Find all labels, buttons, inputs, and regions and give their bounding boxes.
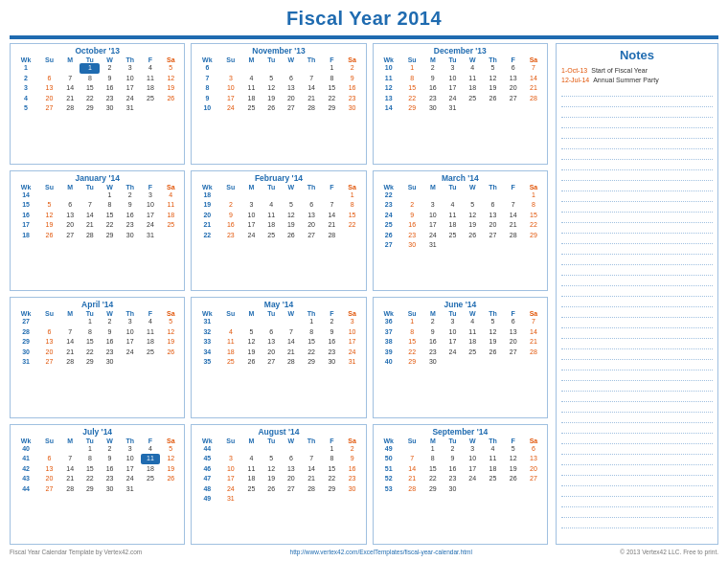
calendar-title: November '13 — [194, 46, 362, 56]
header-divider — [10, 35, 718, 39]
calendar-header-cell: Wk — [376, 438, 401, 444]
calendar-cell: 22 — [194, 231, 219, 241]
calendar-cell: 25 — [141, 348, 160, 358]
calendar-cell: 22 — [100, 220, 119, 231]
calendar-cell — [160, 357, 181, 368]
calendar-cell: 5 — [160, 317, 181, 327]
note-entry-1: 1-Oct-13 Start of Fiscal Year — [561, 66, 713, 76]
calendar-header-cell: Th — [482, 184, 503, 191]
calendar-cell — [282, 494, 301, 505]
calendar-cell — [219, 317, 241, 327]
calendar-cell: 8 — [342, 200, 363, 211]
notes-line — [561, 329, 713, 339]
calendar-cell: 22 — [322, 474, 341, 484]
calendar-cell: 8 — [80, 327, 100, 338]
calendar-header-cell: Su — [219, 56, 241, 63]
calendar-cell: 10 — [120, 454, 141, 464]
calendar-cell: 22 — [376, 191, 401, 201]
calendar-cell: 24 — [120, 474, 141, 484]
calendar-cell: 7 — [80, 200, 100, 211]
calendar-cell: 22 — [80, 474, 100, 484]
calendar-cell: 31 — [219, 494, 241, 505]
calendar-cell: 16 — [443, 464, 463, 475]
calendar-cell: 28 — [13, 327, 38, 338]
calendar-cell: 28 — [60, 357, 80, 368]
footer-link[interactable]: http://www.vertex42.com/ExcelTemplates/f… — [290, 549, 472, 555]
calendar-cell: 28 — [503, 231, 522, 241]
calendar-cell: 12 — [38, 211, 60, 221]
mini-calendar: September '14WkSuMTuWThFSa49123456507891… — [373, 424, 548, 546]
calendar-cell: 2 — [120, 191, 141, 201]
calendar-cell: 13 — [282, 83, 301, 94]
mini-calendar: July '14WkSuMTuWThFSa4012345416789101112… — [10, 424, 185, 546]
calendar-header-cell: Th — [120, 438, 141, 444]
calendar-header-cell: W — [463, 184, 482, 191]
calendar-header-cell: Wk — [376, 184, 401, 191]
notes-line — [561, 308, 713, 318]
calendar-header-cell: Sa — [342, 56, 363, 63]
calendar-cell: 16 — [120, 211, 141, 221]
calendar-header-cell: Sa — [160, 438, 181, 444]
calendar-cell: 4 — [241, 454, 261, 464]
notes-line — [561, 477, 713, 486]
calendar-cell: 3 — [443, 317, 463, 327]
calendar-header-cell: M — [241, 184, 261, 191]
calendar-cell: 31 — [120, 484, 141, 495]
calendar-cell: 1 — [342, 191, 363, 201]
calendar-header-cell: M — [423, 184, 443, 191]
mini-calendar: June '14WkSuMTuWThFSa3612345673789101112… — [373, 297, 548, 418]
calendar-cell: 13 — [503, 74, 522, 84]
calendar-cell: 22 — [80, 348, 100, 358]
calendar-title: February '14 — [194, 173, 362, 183]
calendar-cell: 6 — [194, 63, 219, 74]
calendar-cell: 12 — [160, 327, 181, 338]
calendar-cell — [401, 191, 423, 201]
calendar-cell: 1 — [80, 63, 100, 74]
calendar-cell: 13 — [38, 337, 60, 348]
notes-line — [561, 203, 713, 213]
calendar-cell: 9 — [100, 454, 119, 464]
calendar-cell: 7 — [194, 74, 219, 84]
calendar-cell: 30 — [423, 103, 443, 114]
calendar-cell: 18 — [141, 337, 160, 348]
calendar-cell: 24 — [342, 348, 363, 358]
calendar-cell: 12 — [262, 464, 282, 475]
calendar-cell: 7 — [503, 200, 522, 211]
calendar-row: April '14WkSuMTuWThFSa271234528678910111… — [10, 297, 548, 418]
calendar-cell: 17 — [443, 83, 463, 94]
calendar-cell: 1 — [423, 444, 443, 455]
calendar-cell: 17 — [463, 464, 482, 475]
calendar-cell: 15 — [401, 83, 423, 94]
calendar-cell: 3 — [120, 444, 141, 455]
calendar-header-cell: W — [282, 56, 301, 63]
calendar-cell: 44 — [194, 444, 219, 455]
calendar-cell: 6 — [301, 200, 322, 211]
calendar-cell: 24 — [141, 220, 160, 231]
calendar-cell: 25 — [241, 484, 261, 495]
calendar-cell: 7 — [60, 74, 80, 84]
calendar-cell: 18 — [241, 474, 261, 484]
calendar-cell: 4 — [141, 317, 160, 327]
calendar-header-cell: Wk — [194, 310, 219, 317]
calendar-cell: 3 — [120, 63, 141, 74]
calendar-cell: 28 — [523, 94, 544, 104]
calendar-header-cell: Th — [482, 56, 503, 63]
calendar-title: September '14 — [376, 427, 544, 437]
calendar-grid: WkSuMTuWThFSa271234528678910111229131415… — [13, 310, 181, 368]
calendar-cell: 23 — [120, 220, 141, 231]
calendar-cell: 5 — [241, 327, 261, 338]
calendar-cell — [262, 494, 282, 505]
calendar-cell: 20 — [503, 83, 522, 94]
calendar-header-cell: W — [282, 438, 301, 444]
calendar-cell: 28 — [401, 484, 423, 495]
calendar-cell: 20 — [38, 474, 60, 484]
calendar-cell: 24 — [423, 231, 443, 241]
calendar-cell — [60, 444, 80, 455]
calendar-cell: 8 — [80, 454, 100, 464]
calendar-cell: 23 — [342, 94, 363, 104]
calendar-header-cell: F — [503, 184, 522, 191]
calendar-header-cell: W — [100, 438, 119, 444]
calendar-cell: 7 — [60, 454, 80, 464]
notes-lines — [561, 87, 713, 540]
calendar-cell: 30 — [13, 348, 38, 358]
